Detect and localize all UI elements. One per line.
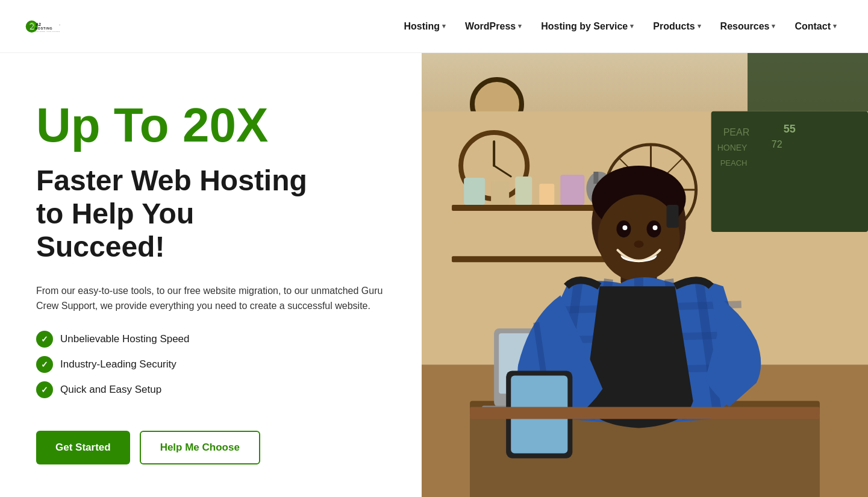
navbar: A2 HOSTING OUR SPEED, YOUR SUCCESS ® Hos… [0,0,868,53]
svg-text:A2: A2 [36,22,41,27]
svg-text:PEAR: PEAR [723,127,750,137]
svg-rect-49 [667,205,679,228]
svg-rect-18 [464,178,485,205]
chevron-down-icon: ▾ [833,22,837,30]
chevron-down-icon: ▾ [698,22,701,30]
hero-cta-group: Get Started Help Me Choose [36,431,386,464]
svg-point-46 [622,225,627,230]
feature-label-setup: Quick and Easy Setup [60,384,161,396]
hero-image: PEAR HONEY PEACH 55 72 [422,53,868,497]
nav-item-contact[interactable]: Contact ▾ [787,16,844,37]
svg-text:55: 55 [784,123,796,135]
hero-subtitle: Faster Web Hosting to Help You Succeed! [36,164,386,264]
svg-point-48 [634,240,643,248]
feature-label-speed: Unbelievable Hosting Speed [60,333,190,345]
nav-item-hosting-by-service[interactable]: Hosting by Service ▾ [534,16,641,37]
nav-item-hosting[interactable]: Hosting ▾ [396,16,453,37]
feature-label-security: Industry-Leading Security [60,358,176,370]
chevron-down-icon: ▾ [630,22,634,30]
feature-item-security: Industry-Leading Security [36,356,386,373]
nav-contact-label: Contact [795,21,831,32]
hero-photo: PEAR HONEY PEACH 55 72 [422,53,868,497]
nav-wordpress-label: WordPress [465,21,516,32]
hero-section: Up To 20X Faster Web Hosting to Help You… [0,53,868,497]
svg-text:72: 72 [772,139,782,149]
svg-rect-22 [560,175,584,205]
hero-person-illustration: PEAR HONEY PEACH 55 72 [422,53,868,497]
svg-point-47 [653,225,658,230]
svg-rect-21 [539,184,554,205]
hero-tagline: Up To 20X [36,101,386,149]
svg-text:PEACH: PEACH [720,158,748,167]
chevron-down-icon: ▾ [442,22,446,30]
logo[interactable]: A2 HOSTING OUR SPEED, YOUR SUCCESS ® [24,8,60,45]
get-started-button[interactable]: Get Started [36,431,130,464]
hero-content: Up To 20X Faster Web Hosting to Help You… [0,53,422,497]
help-me-choose-button[interactable]: Help Me Choose [140,431,260,464]
nav-hosting-service-label: Hosting by Service [541,21,628,32]
nav-products-label: Products [653,21,695,32]
svg-rect-20 [515,177,532,205]
check-icon-security [36,356,53,373]
svg-rect-19 [491,181,509,205]
svg-rect-61 [470,407,820,419]
hero-description: From our easy-to-use tools, to our free … [36,283,386,314]
chevron-down-icon: ▾ [772,22,775,30]
chevron-down-icon: ▾ [518,22,522,30]
svg-text:HOSTING: HOSTING [35,27,52,30]
nav-item-wordpress[interactable]: WordPress ▾ [458,16,529,37]
features-list: Unbelievable Hosting Speed Industry-Lead… [36,331,386,407]
check-icon-setup [36,381,53,398]
nav-hosting-label: Hosting [404,21,440,32]
feature-item-setup: Quick and Easy Setup [36,381,386,398]
svg-text:OUR SPEED, YOUR SUCCESS: OUR SPEED, YOUR SUCCESS [35,31,60,33]
logo-icon: A2 HOSTING OUR SPEED, YOUR SUCCESS ® [24,8,60,45]
check-icon-speed [36,331,53,348]
nav-item-products[interactable]: Products ▾ [646,16,708,37]
svg-text:HONEY: HONEY [717,143,748,152]
feature-item-speed: Unbelievable Hosting Speed [36,331,386,348]
svg-text:®: ® [59,24,60,27]
svg-rect-24 [593,172,598,184]
nav-item-resources[interactable]: Resources ▾ [713,16,783,37]
nav-resources-label: Resources [720,21,770,32]
nav-menu: Hosting ▾ WordPress ▾ Hosting by Service… [396,16,844,37]
